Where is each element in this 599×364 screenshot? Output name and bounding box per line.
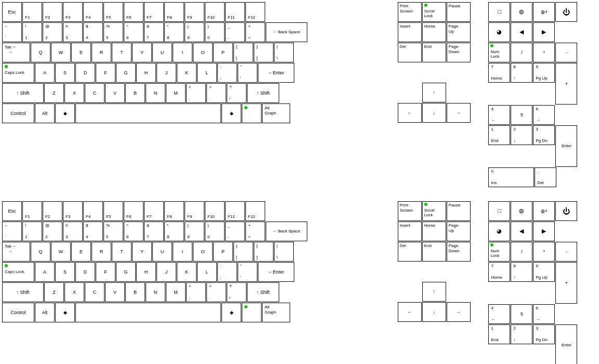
right-arrow-key-2[interactable]: → — [447, 302, 471, 322]
page-down-key[interactable]: PageDown — [447, 43, 471, 62]
num-6-key[interactable]: 6→ — [533, 105, 555, 125]
icon-key-7[interactable]: ▶ — [533, 22, 555, 42]
altgraph-key[interactable]: AltGraph — [262, 103, 290, 123]
rshift-key[interactable]: ↑ Shift — [247, 83, 279, 103]
period-key[interactable]: >. — [206, 83, 226, 103]
5-key-2[interactable]: %5 — [103, 222, 123, 241]
diamond-key-l[interactable]: ◆ — [55, 103, 75, 123]
num-7-key[interactable]: 7Home — [488, 63, 510, 83]
f12-key[interactable]: F12 — [245, 2, 265, 22]
f6-key[interactable]: F6 — [124, 2, 144, 22]
f7-key-2[interactable]: F7 — [144, 201, 164, 221]
r-key[interactable]: R — [92, 43, 111, 62]
f9-key[interactable]: F9 — [185, 2, 204, 22]
page-up-key[interactable]: PageUp — [447, 22, 471, 42]
f1-key[interactable]: F1 — [22, 2, 42, 22]
up-arrow-key[interactable]: ↑ — [422, 83, 446, 102]
semicolon-key-2[interactable]: :; — [217, 262, 237, 282]
num-star-key[interactable]: * — [533, 43, 555, 62]
tab-key[interactable]: Tab ← → — [2, 43, 30, 62]
z-key-2[interactable]: Z — [44, 282, 64, 302]
7-key[interactable]: &7 — [144, 22, 164, 42]
u-key-2[interactable]: U — [152, 242, 172, 262]
f4-key-2[interactable]: F4 — [83, 201, 103, 221]
9-key[interactable]: (9 — [185, 22, 204, 42]
i-key-2[interactable]: I — [173, 242, 192, 262]
period-key-2[interactable]: >. — [206, 282, 226, 302]
num-1-key-2[interactable]: 1End — [488, 324, 510, 344]
pause-key[interactable]: Pause — [447, 2, 471, 22]
pause-key-2[interactable]: Pause — [447, 201, 471, 221]
y-key[interactable]: Y — [132, 43, 152, 62]
equals-key[interactable]: += — [245, 22, 265, 42]
icon-key-1b[interactable]: □ — [488, 201, 510, 221]
insert-key[interactable]: Insert — [398, 22, 422, 42]
alt-key[interactable]: Alt — [35, 103, 55, 123]
w-key-2[interactable]: W — [51, 242, 71, 262]
tab-key-2[interactable]: Tab ← → — [2, 242, 30, 262]
num-9-key[interactable]: 9Pg Up — [533, 63, 555, 83]
l-key[interactable]: L — [197, 63, 217, 83]
num-0-key[interactable]: 0Ins — [488, 167, 534, 187]
e-key-2[interactable]: E — [71, 242, 91, 262]
print-screen-key-2[interactable]: PrintScreen — [398, 201, 422, 221]
num-5-key[interactable]: 5 — [511, 105, 532, 125]
num-minus-key-2[interactable]: - — [555, 242, 577, 262]
num-7-key-2[interactable]: 7Home — [488, 262, 510, 282]
esc-key-2[interactable]: Esc — [2, 201, 22, 221]
g-key[interactable]: G — [116, 63, 136, 83]
f10-key-2[interactable]: F10 — [205, 201, 225, 221]
u-key[interactable]: U — [152, 43, 172, 62]
slash-key-2[interactable]: ?/ — [227, 282, 246, 302]
lbracket-key-2[interactable]: {[ — [233, 242, 253, 262]
f11-key[interactable]: F11 — [225, 2, 245, 22]
num-1-key[interactable]: 1End — [488, 125, 510, 145]
f8-key[interactable]: F8 — [164, 2, 184, 22]
icon-key-2[interactable]: ◍ — [511, 2, 532, 22]
0-key-2[interactable]: )0 — [205, 222, 225, 241]
num-9-key-2[interactable]: 9Pg Up — [533, 262, 555, 282]
num-slash-key[interactable]: / — [511, 43, 532, 62]
enter-key-2[interactable]: ←Enter — [258, 262, 294, 282]
equals-key-2[interactable]: += — [245, 222, 265, 241]
diamond-key-r2[interactable]: ◆ — [222, 303, 241, 322]
q-key-2[interactable]: Q — [31, 242, 50, 262]
f12-key-2[interactable]: F12 — [245, 201, 265, 221]
k-key[interactable]: K — [177, 63, 197, 83]
k-key-2[interactable]: K — [177, 262, 197, 282]
page-down-key-2[interactable]: PageDown — [447, 242, 471, 262]
esc-key[interactable]: Esc — [2, 2, 22, 22]
f5-key[interactable]: F5 — [103, 2, 123, 22]
icon-key-5b[interactable]: ◕ — [488, 222, 510, 241]
delete-key-2[interactable]: Del — [398, 242, 422, 262]
backspace-key-2[interactable]: ← Back Space — [266, 222, 307, 241]
1-key[interactable]: !1 — [22, 22, 42, 42]
n-key[interactable]: N — [146, 83, 165, 103]
comma-key-2[interactable]: <, — [186, 282, 206, 302]
right-arrow-key[interactable]: → — [447, 103, 471, 123]
slash-key[interactable]: ?/ — [227, 83, 246, 103]
a-key-2[interactable]: A — [35, 262, 55, 282]
page-up-key-2[interactable]: PageUp — [447, 222, 471, 241]
f4-key[interactable]: F4 — [83, 2, 103, 22]
m-key[interactable]: M — [166, 83, 186, 103]
num-plus-key-2[interactable]: + — [555, 262, 577, 304]
q-key[interactable]: Q — [31, 43, 50, 62]
l-key-2[interactable]: L — [197, 262, 217, 282]
space-key-2[interactable] — [75, 303, 221, 322]
space-key[interactable] — [75, 103, 221, 123]
s-key-2[interactable]: S — [55, 262, 75, 282]
up-arrow-key-2[interactable]: ↑ — [422, 282, 446, 302]
end-key-2[interactable]: End — [422, 242, 446, 262]
enter-key[interactable]: ←Enter — [258, 63, 294, 83]
alt-key-2[interactable]: Alt — [35, 303, 55, 322]
lshift-key[interactable]: ↑ Shift — [2, 83, 44, 103]
f5-key-2[interactable]: F5 — [103, 201, 123, 221]
num-2-key-2[interactable]: 2↓ — [511, 324, 532, 344]
scroll-lock-key-2[interactable]: ScrollLock — [422, 201, 446, 221]
b-key[interactable]: B — [125, 83, 145, 103]
9-key-2[interactable]: (9 — [185, 222, 204, 241]
icon-key-5[interactable]: ◕ — [488, 22, 510, 42]
minus-key-2[interactable]: _- — [225, 222, 245, 241]
f-key[interactable]: F — [96, 63, 115, 83]
